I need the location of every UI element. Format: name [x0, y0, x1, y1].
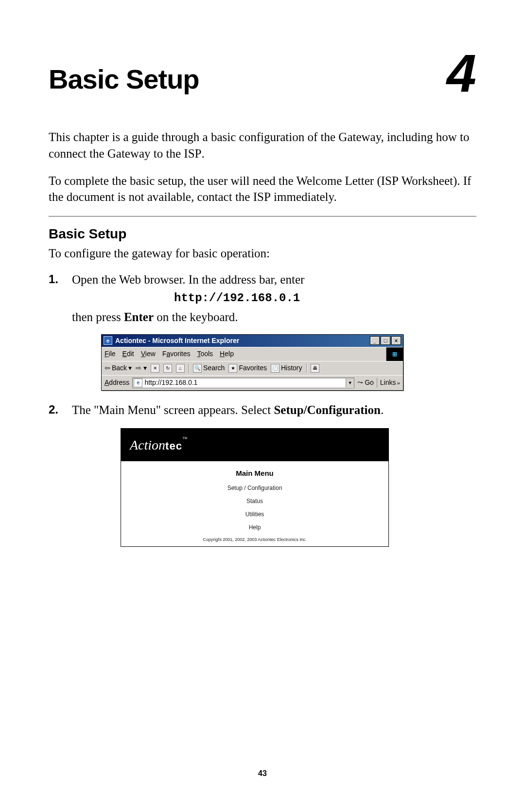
menu-help[interactable]: Help [121, 523, 388, 532]
step-1: Open the Web browser. In the address bar… [49, 271, 476, 391]
favorites-button[interactable]: ★Favorites [228, 363, 267, 373]
links-button[interactable]: Links » [377, 378, 400, 388]
address-input[interactable]: e http://192.168.0.1 ▼ [132, 378, 354, 388]
ie-window-title: Actiontec - Microsoft Internet Explorer [115, 336, 370, 346]
ie-menubar: File Edit View Favorites Tools Help ⊞ [102, 347, 403, 361]
address-label: Address [105, 378, 129, 388]
home-icon[interactable]: ⌂ [176, 364, 185, 373]
address-value: http://192.168.0.1 [144, 378, 346, 388]
forward-button[interactable]: ⇨ ▾ [136, 363, 147, 373]
close-button[interactable]: × [391, 336, 401, 345]
main-menu-title: Main Menu [121, 468, 388, 478]
favorites-icon: ★ [228, 364, 237, 373]
ie-titlebar: e Actiontec - Microsoft Internet Explore… [102, 335, 403, 347]
menu-edit[interactable]: Edit [122, 349, 134, 359]
actiontec-menu-figure: Actiontec™ Main Menu Setup / Configurati… [121, 428, 389, 547]
step-1-url: http://192.168.0.1 [174, 290, 476, 307]
go-icon: ⤳ [357, 378, 363, 388]
print-icon[interactable]: 🖶 [311, 364, 319, 373]
address-dropdown-icon[interactable]: ▼ [346, 379, 354, 387]
ie-toolbar: ⇦Back ▾ ⇨ ▾ ✕ ↻ ⌂ 🔍Search ★Favorites 🕘Hi… [102, 361, 403, 375]
intro-block: This chapter is a guide through a basic … [49, 129, 476, 205]
menu-view[interactable]: View [141, 349, 156, 359]
actiontec-logo: Actiontec™ [121, 429, 388, 461]
back-button[interactable]: ⇦Back ▾ [105, 363, 132, 373]
section-rule [49, 216, 476, 217]
menu-file[interactable]: File [105, 349, 116, 359]
ie-app-icon: e [104, 336, 112, 345]
ie-throbber-icon: ⊞ [386, 347, 403, 361]
page-number: 43 [0, 769, 525, 778]
search-button[interactable]: 🔍Search [193, 363, 225, 373]
minimize-button[interactable]: _ [370, 336, 380, 345]
refresh-icon[interactable]: ↻ [163, 364, 172, 373]
section-lead: To configure the gateway for basic opera… [49, 247, 476, 260]
section-title: Basic Setup [49, 226, 476, 242]
maximize-button[interactable]: □ [381, 336, 390, 345]
page-favicon-icon: e [134, 379, 142, 387]
menu-favorites[interactable]: Favorites [162, 349, 191, 359]
chapter-number: 4 [447, 52, 476, 94]
search-icon: 🔍 [193, 364, 202, 373]
copyright-text: Copyright 2001, 2002, 2003 Actiontec Ele… [121, 537, 388, 543]
menu-status[interactable]: Status [121, 497, 388, 505]
ie-address-bar: Address e http://192.168.0.1 ▼ ⤳Go Links… [102, 375, 403, 390]
menu-setup-configuration[interactable]: Setup / Configuration [121, 484, 388, 492]
toolbar-separator [189, 363, 189, 373]
stop-icon[interactable]: ✕ [151, 364, 159, 373]
chapter-title: Basic Setup [49, 63, 199, 95]
step-2: The "Main Menu" screen appears. Select S… [49, 401, 476, 547]
history-button[interactable]: 🕘History [271, 363, 302, 373]
history-icon: 🕘 [271, 364, 280, 373]
intro-paragraph-1: This chapter is a guide through a basic … [49, 129, 476, 162]
menu-utilities[interactable]: Utilities [121, 510, 388, 519]
menu-tools[interactable]: Tools [197, 349, 213, 359]
intro-paragraph-2: To complete the basic setup, the user wi… [49, 173, 476, 206]
go-button[interactable]: ⤳Go [357, 378, 374, 388]
ie-browser-figure: e Actiontec - Microsoft Internet Explore… [101, 334, 403, 391]
menu-help[interactable]: Help [220, 349, 234, 359]
toolbar-separator [306, 363, 307, 373]
